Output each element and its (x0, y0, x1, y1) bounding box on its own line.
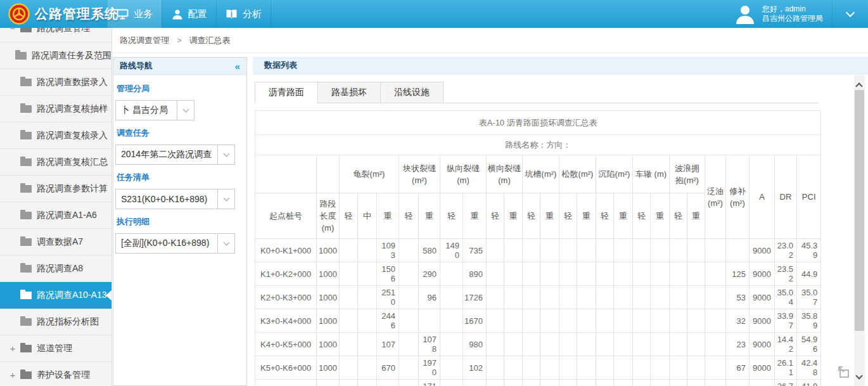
table-cell (358, 262, 377, 286)
table-cell (687, 286, 705, 309)
sidebar-item[interactable]: +养护设备管理 (0, 362, 112, 386)
sidebar-item[interactable]: +巡道管理 (0, 335, 112, 362)
breadcrumb-separator: > (177, 35, 182, 45)
table-row: K2+0-K3+0001000251096172653900035.0435.0… (255, 286, 821, 309)
navbar-tab[interactable]: 分析 (216, 0, 271, 28)
sidebar-item[interactable]: 路况调查任务及范围 (0, 42, 112, 69)
column-group-header: 波浪拥抱(m²) (670, 155, 705, 193)
column-subheader: 轻 (523, 193, 540, 239)
folder-icon (20, 292, 32, 299)
user-menu-toggle[interactable] (832, 0, 868, 28)
data-tab[interactable]: 沥青路面 (255, 82, 318, 103)
table-cell (670, 286, 687, 309)
popout-icon[interactable] (836, 364, 852, 380)
sidebar-item[interactable]: 路况调查复核录入 (0, 122, 112, 149)
table-cell (440, 262, 463, 286)
breadcrumb-item[interactable]: 路况调查管理 (120, 35, 169, 46)
table-title-row: 表A-10 沥青路面损坏调查汇总表 (255, 111, 821, 135)
table-cell: 53 (726, 286, 750, 309)
dropdown-select[interactable]: [全副](K0+0-K16+898) (115, 233, 241, 254)
table-cell (559, 286, 577, 309)
scroll-down-icon[interactable] (857, 370, 862, 381)
collapse-icon[interactable]: − (8, 28, 17, 33)
data-tab[interactable]: 路基损坏 (317, 82, 381, 103)
table-cell (399, 262, 419, 286)
table-cell (358, 239, 377, 262)
table-cell (540, 309, 559, 333)
column-group-header: 松散(m²) (559, 155, 596, 193)
table-cell: 290 (419, 262, 440, 286)
data-tab[interactable]: 沿线设施 (380, 82, 444, 103)
table-cell (577, 333, 596, 356)
column-group-header: 纵向裂缝(m) (440, 155, 487, 193)
column-subheader: 轻 (559, 193, 577, 239)
table-cell (651, 262, 670, 286)
user-info[interactable]: 您好，admin 昌吉州公路管理局 (734, 0, 832, 28)
sidebar-item[interactable]: −路况调查管理 (0, 28, 112, 42)
table-cell (559, 380, 577, 386)
collapse-panel-icon[interactable]: « (235, 61, 240, 72)
table-cell: K3+0-K4+000 (255, 309, 317, 333)
table-cell (633, 262, 651, 286)
sidebar-item[interactable]: 路况调查参数计算 (0, 176, 112, 202)
table-cell (614, 309, 633, 333)
sidebar-item[interactable]: 路况调查复核抽样 (0, 96, 112, 122)
table-row: K1+0-K2+00010001506290890125900023.5244.… (255, 262, 821, 286)
table-group-header-row: 龟裂(m²)块状裂缝(m²)纵向裂缝(m)横向裂缝(m)坑槽(m²)松散(m²)… (255, 155, 821, 193)
expand-icon[interactable]: + (8, 371, 17, 380)
dropdown-select[interactable]: 2014年第二次路况调查 (115, 145, 241, 165)
dropdown-select[interactable]: S231(K0+0-K16+898) (115, 189, 241, 209)
table-cell (633, 309, 651, 333)
table-cell (504, 286, 523, 309)
table-cell: K2+0-K3+000 (255, 286, 317, 309)
sidebar-item[interactable]: 路况调查A8 (0, 255, 112, 282)
table-cell (340, 286, 358, 309)
table-cell (487, 286, 504, 309)
column-subheader: 轻 (670, 193, 687, 239)
table-cell (670, 239, 687, 262)
sidebar-item[interactable]: 路况调查数据录入 (0, 69, 112, 96)
summary-table: 表A-10 沥青路面损坏调查汇总表路线名称：方向：龟裂(m²)块状裂缝(m²)纵… (255, 110, 821, 386)
table-cell: 1506 (377, 262, 399, 286)
table-cell (687, 309, 705, 333)
table-cell (577, 380, 596, 386)
sidebar-item[interactable]: 调查数据A7 (0, 229, 112, 255)
table-cell (317, 155, 340, 193)
dropdown-value: S231(K0+0-K16+898) (115, 189, 218, 209)
table-cell (651, 309, 670, 333)
column-header: 修补(m²) (726, 155, 750, 239)
table-cell (523, 380, 540, 386)
column-group-header: 沉陷(m²) (596, 155, 633, 193)
folder-icon (20, 345, 32, 352)
column-subheader: 重 (577, 193, 596, 239)
app-title: 公路管理系统 (35, 5, 118, 23)
table-cell: 26.11 (775, 356, 797, 380)
sidebar-item[interactable]: 路况调查A10-A13 (0, 282, 112, 309)
column-header: PCI (797, 155, 821, 239)
table-cell: 125 (726, 262, 750, 286)
user-avatar-icon (734, 4, 756, 24)
sidebar-item[interactable]: 路况调查A1-A6 (0, 202, 112, 229)
table-cell (340, 380, 358, 386)
column-header: 路段长度(m) (317, 193, 340, 239)
navbar-tab[interactable]: 配置 (162, 0, 216, 28)
dropdown-button[interactable] (217, 233, 235, 254)
scrollbar-thumb[interactable] (855, 90, 864, 331)
sidebar-item-label: 调查数据A7 (37, 236, 83, 248)
dropdown-button[interactable] (217, 145, 235, 165)
table-cell (559, 239, 577, 262)
top-navbar: 公路管理系统 业务配置分析 您好，admin 昌吉州公路管理局 (0, 0, 868, 28)
dropdown-button[interactable] (177, 100, 195, 120)
table-row: K0+0-K1+000100010935801490735900023.0245… (255, 239, 821, 262)
expand-icon[interactable]: + (8, 344, 17, 353)
table-cell (614, 239, 633, 262)
table-cell (399, 239, 419, 262)
sidebar-item[interactable]: 路况指标分析图 (0, 309, 112, 335)
dropdown-select[interactable]: 卜 昌吉分局 (115, 100, 241, 120)
table-cell (577, 239, 596, 262)
sidebar-item[interactable]: 路况调查复核汇总 (0, 149, 112, 176)
navbar-tab[interactable]: 业务 (107, 0, 162, 28)
vertical-scrollbar[interactable] (854, 75, 865, 386)
dropdown-button[interactable] (217, 189, 235, 209)
column-subheader: 轻 (340, 193, 358, 239)
